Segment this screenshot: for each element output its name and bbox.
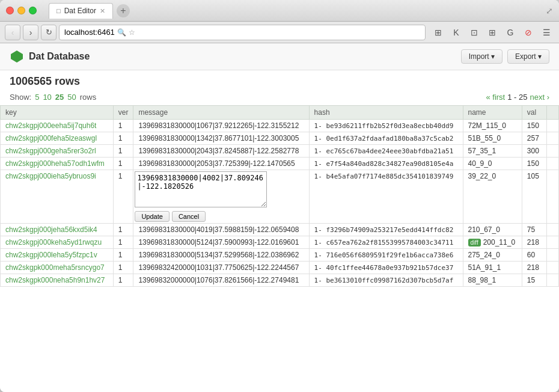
- row-val: 218: [522, 236, 546, 249]
- edit-textarea[interactable]: [135, 171, 267, 207]
- titlebar: □ Dat Editor ✕ + ⤢: [0, 0, 559, 22]
- row-extra: [547, 158, 559, 170]
- row-message: 13969831830000|5124|37.5900993|-122.0169…: [133, 236, 309, 249]
- row-val: 60: [522, 249, 546, 262]
- row-message: 13969831830000|1342|37.8677101|-122.3003…: [133, 132, 309, 145]
- row-extra: [547, 224, 559, 236]
- row-key-link[interactable]: chw2skgpk000meha5rsncygo7: [5, 263, 105, 272]
- row-key-link[interactable]: chw2skgpj000ieha5ybruos9i: [5, 172, 96, 180]
- window-controls-right: ⤢: [546, 6, 553, 16]
- row-version: 1: [113, 170, 133, 224]
- col-header-key: key: [1, 106, 114, 120]
- row-name: 57_35_1: [463, 145, 522, 158]
- row-name: 72M_115_0: [463, 120, 522, 132]
- table-body: chw2skgpj000eeha5ij7quh6t113969831830000…: [1, 120, 559, 287]
- row-name: 40_9_0: [463, 158, 522, 170]
- row-hash: 1- be93d6211ffb2b52f0d3ea8ecbb40dd9: [309, 120, 463, 132]
- tab-dat-editor[interactable]: □ Dat Editor ✕: [49, 3, 113, 19]
- table-row: chw2skgpj000jeha56kxd5ik4113969831830000…: [1, 224, 559, 236]
- maximize-button[interactable]: [29, 7, 37, 14]
- page-size-25[interactable]: 25: [55, 93, 64, 102]
- table-row: chw2skgpj000geha5rer3o2rl113969831830000…: [1, 145, 559, 158]
- pagination-right: « first 1 - 25 next ›: [486, 93, 549, 102]
- menu-icon[interactable]: ☰: [539, 25, 554, 40]
- tab-close-icon[interactable]: ✕: [100, 7, 105, 15]
- page-size-10[interactable]: 10: [43, 93, 51, 102]
- row-message: 13969832420000|1031|37.7750625|-122.2244…: [133, 262, 309, 274]
- row-version: 1: [113, 236, 133, 249]
- refresh-button[interactable]: ↻: [41, 25, 57, 40]
- bookmark-icon[interactable]: ⊞: [430, 25, 446, 40]
- row-version: 1: [113, 249, 133, 262]
- row-key-link[interactable]: chw2skgpj000heha57odh1wfm: [5, 159, 105, 168]
- tab-title: Dat Editor: [64, 7, 96, 15]
- table-row: chw2skgpk000neha5h9n1hv27113969832000000…: [1, 274, 559, 287]
- table-controls: 1006565 rows: [0, 70, 559, 93]
- next-page-link[interactable]: next ›: [530, 93, 549, 102]
- expand-icon[interactable]: ⤢: [546, 6, 553, 16]
- export-button[interactable]: Export ▾: [507, 49, 549, 64]
- row-hash: 1- 0ed1f637a2fdaafad180ba8a37c5cab2: [309, 132, 463, 145]
- row-message: 13969831830000|1067|37.9212265|-122.3155…: [133, 120, 309, 132]
- row-message: UpdateCancel: [133, 170, 309, 224]
- star-icon[interactable]: ☆: [129, 28, 135, 37]
- row-key-link[interactable]: chw2skgpj000geha5rer3o2rl: [5, 147, 96, 155]
- rows-count: 1006565 rows: [10, 75, 80, 88]
- import-button[interactable]: Import ▾: [461, 49, 502, 64]
- back-button[interactable]: ‹: [5, 25, 20, 40]
- row-hash: 1- e7f54a840ad828c34827ea90d8105e4a: [309, 158, 463, 170]
- tab-icon: □: [57, 7, 61, 14]
- traffic-lights: [6, 7, 37, 14]
- row-key-link[interactable]: chw2skgpj000jeha56kxd5ik4: [5, 225, 97, 234]
- row-hash: 1- ec765c67ba4dee24eee30abfdba21a51: [309, 145, 463, 158]
- search-icon: 🔍: [117, 28, 126, 37]
- tab-bar: □ Dat Editor ✕ +: [49, 3, 546, 19]
- stop-icon[interactable]: ⊘: [521, 25, 536, 40]
- address-text: localhost:6461: [64, 28, 115, 37]
- row-version: 1: [113, 274, 133, 287]
- forward-button[interactable]: ›: [23, 25, 38, 40]
- google-icon[interactable]: G: [502, 25, 518, 40]
- extension-k-icon[interactable]: K: [448, 25, 464, 40]
- row-extra: [547, 132, 559, 145]
- col-header-version: ver: [113, 106, 133, 120]
- row-key-link[interactable]: chw2skgpj000eeha5ij7quh6t: [5, 121, 96, 130]
- table-row: chw2skgpj000leha5y5fzpc1v113969831830000…: [1, 249, 559, 262]
- table-row: chw2skgpk000meha5rsncygo7113969832420000…: [1, 262, 559, 274]
- rows-label: rows: [80, 93, 96, 102]
- first-page-link[interactable]: « first: [486, 93, 505, 102]
- cancel-button[interactable]: Cancel: [172, 211, 206, 222]
- row-key-link[interactable]: chw2skgpj000feha5lzeaswgl: [5, 134, 97, 142]
- row-message: 13969831830000|5134|37.5299568|-122.0386…: [133, 249, 309, 262]
- row-message: 13969831830000|2053|37.725399|-122.14705…: [133, 158, 309, 170]
- close-button[interactable]: [6, 7, 14, 14]
- table-header: key ver message hash name val: [1, 106, 559, 120]
- minimize-button[interactable]: [17, 7, 25, 14]
- row-hash: 1- 716e056f6809591f29fe1b6acca738e6: [309, 249, 463, 262]
- col-header-hash: hash: [309, 106, 463, 120]
- camera-icon[interactable]: ⊡: [466, 25, 482, 40]
- row-message: 13969832000000|1076|37.8261566|-122.2749…: [133, 274, 309, 287]
- row-message: 13969831830000|4019|37.5988159|-122.0659…: [133, 224, 309, 236]
- row-version: 1: [113, 145, 133, 158]
- app-content: Dat Database Import ▾ Export ▾ 1006565 r…: [0, 43, 559, 392]
- row-name: 88_98_1: [463, 274, 522, 287]
- browser-actions: ⊞ K ⊡ ⊞ G ⊘ ☰: [430, 25, 554, 40]
- row-key-link[interactable]: chw2skgpj000keha5yd1rwqzu: [5, 238, 102, 247]
- page-size-50[interactable]: 50: [67, 93, 76, 102]
- navbar: ‹ › ↻ localhost:6461 🔍 ☆ ⊞ K ⊡ ⊞ G ⊘ ☰: [0, 22, 559, 43]
- update-button[interactable]: Update: [135, 211, 169, 222]
- row-hash: 1- 40fc1ffee44678a0e937b921b57dce37: [309, 262, 463, 274]
- row-extra: [547, 262, 559, 274]
- app-header: Dat Database Import ▾ Export ▾: [0, 43, 559, 70]
- row-version: 1: [113, 224, 133, 236]
- row-hash: 1- f3296b74909a253217e5edd414ffdc82: [309, 224, 463, 236]
- row-extra: [547, 120, 559, 132]
- row-val: 105: [522, 170, 546, 224]
- row-key-link[interactable]: chw2skgpk000neha5h9n1hv27: [5, 276, 105, 284]
- new-tab-button[interactable]: +: [117, 4, 130, 17]
- page-size-5[interactable]: 5: [35, 93, 39, 102]
- row-key-link[interactable]: chw2skgpj000leha5y5fzpc1v: [5, 251, 97, 259]
- address-bar[interactable]: localhost:6461 🔍 ☆: [59, 25, 426, 40]
- share-icon[interactable]: ⊞: [484, 25, 500, 40]
